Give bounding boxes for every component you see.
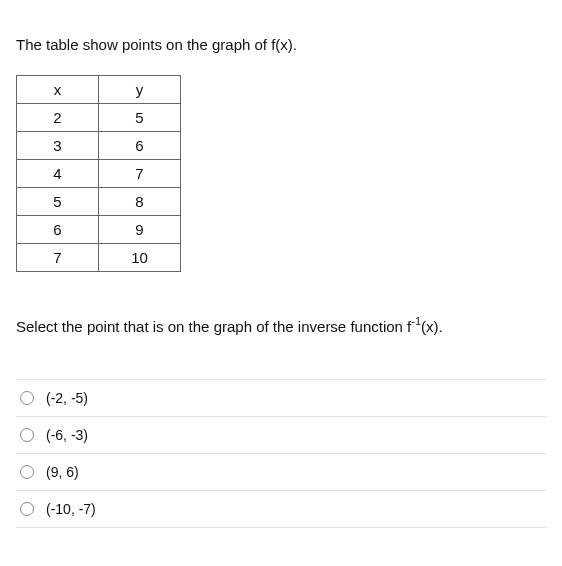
radio-input[interactable] bbox=[20, 502, 34, 516]
table-row: 5 8 bbox=[17, 188, 181, 216]
points-table: x y 2 5 3 6 4 7 5 8 6 9 7 10 bbox=[16, 75, 181, 272]
question-text: Select the point that is on the graph of… bbox=[16, 316, 546, 335]
option-label: (-2, -5) bbox=[46, 390, 88, 406]
cell-x: 4 bbox=[17, 160, 99, 188]
option-1[interactable]: (-2, -5) bbox=[16, 379, 546, 417]
question-superscript: -1 bbox=[411, 315, 421, 327]
options-list: (-2, -5) (-6, -3) (9, 6) (-10, -7) bbox=[16, 379, 546, 528]
cell-y: 7 bbox=[99, 160, 181, 188]
table-row: 3 6 bbox=[17, 132, 181, 160]
option-label: (-10, -7) bbox=[46, 501, 96, 517]
table-header-row: x y bbox=[17, 76, 181, 104]
table-header-y: y bbox=[99, 76, 181, 104]
table-row: 6 9 bbox=[17, 216, 181, 244]
cell-x: 2 bbox=[17, 104, 99, 132]
question-suffix: (x). bbox=[421, 318, 443, 335]
cell-x: 3 bbox=[17, 132, 99, 160]
cell-y: 6 bbox=[99, 132, 181, 160]
question-block: The table show points on the graph of f(… bbox=[0, 0, 562, 544]
cell-x: 6 bbox=[17, 216, 99, 244]
option-3[interactable]: (9, 6) bbox=[16, 454, 546, 491]
cell-y: 10 bbox=[99, 244, 181, 272]
cell-x: 7 bbox=[17, 244, 99, 272]
table-row: 2 5 bbox=[17, 104, 181, 132]
table-row: 4 7 bbox=[17, 160, 181, 188]
question-prefix: Select the point that is on the graph of… bbox=[16, 318, 411, 335]
option-label: (-6, -3) bbox=[46, 427, 88, 443]
radio-input[interactable] bbox=[20, 465, 34, 479]
option-4[interactable]: (-10, -7) bbox=[16, 491, 546, 528]
table-row: 7 10 bbox=[17, 244, 181, 272]
option-label: (9, 6) bbox=[46, 464, 79, 480]
cell-y: 9 bbox=[99, 216, 181, 244]
intro-text: The table show points on the graph of f(… bbox=[16, 36, 546, 53]
cell-y: 5 bbox=[99, 104, 181, 132]
table-header-x: x bbox=[17, 76, 99, 104]
cell-x: 5 bbox=[17, 188, 99, 216]
option-2[interactable]: (-6, -3) bbox=[16, 417, 546, 454]
radio-input[interactable] bbox=[20, 391, 34, 405]
cell-y: 8 bbox=[99, 188, 181, 216]
radio-input[interactable] bbox=[20, 428, 34, 442]
